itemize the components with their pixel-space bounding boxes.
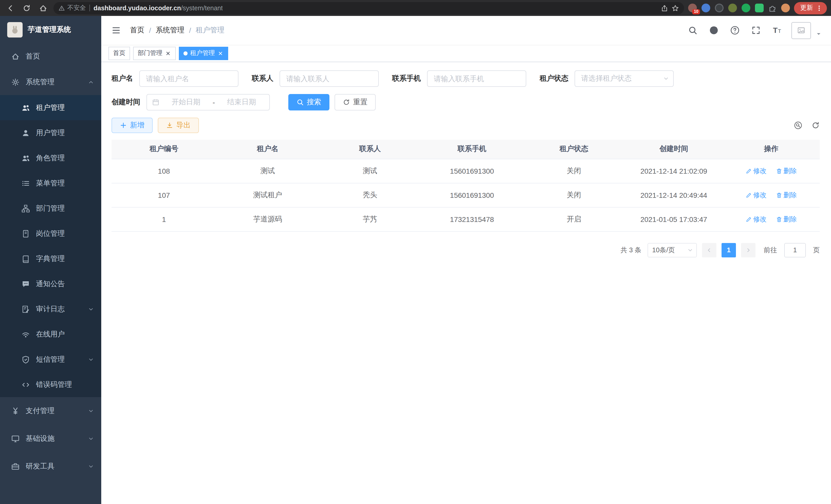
toggle-search-icon[interactable] [794, 121, 802, 129]
extension-icon-1[interactable]: 10 [688, 4, 697, 12]
extension-icon-4[interactable] [728, 4, 737, 12]
sidebar-item-label: 支付管理 [26, 406, 55, 416]
edit-link[interactable]: 修改 [745, 166, 767, 175]
tags-view: 首页 部门管理 租户管理 [101, 45, 831, 62]
date-range-picker[interactable]: 开始日期 - 结束日期 [146, 94, 270, 111]
create-time-label: 创建时间 [112, 98, 140, 107]
contact-input[interactable] [280, 70, 379, 87]
org-tree-icon [22, 204, 30, 212]
chevron-down-icon [687, 247, 693, 253]
browser-update-button[interactable]: 更新 [794, 2, 827, 14]
github-icon[interactable] [707, 24, 720, 37]
edit-link[interactable]: 修改 [745, 214, 767, 224]
status-select-placeholder: 请选择租户状态 [581, 74, 663, 83]
delete-link[interactable]: 删除 [776, 190, 797, 200]
warning-icon [59, 5, 65, 11]
sidebar-item-dept[interactable]: 部门管理 [0, 196, 101, 221]
export-button[interactable]: 导出 [158, 118, 199, 133]
browser-home-button[interactable] [37, 2, 49, 14]
extension-badge: 10 [692, 9, 700, 14]
sidebar-item-error-code[interactable]: 错误码管理 [0, 372, 101, 397]
logo-avatar [7, 22, 23, 37]
share-icon[interactable] [661, 4, 668, 11]
chevron-down-icon [88, 356, 94, 362]
tenant-name-input[interactable] [139, 70, 238, 87]
extension-icon-5[interactable] [742, 4, 750, 12]
update-label: 更新 [800, 4, 813, 12]
tab-tenant[interactable]: 租户管理 [179, 47, 228, 60]
reset-button-label: 重置 [353, 98, 368, 107]
refresh-table-icon[interactable] [811, 121, 820, 129]
cell-contact: 芋艿 [363, 214, 377, 223]
help-icon[interactable] [728, 24, 742, 37]
sidebar-item-label: 租户管理 [36, 103, 65, 112]
sidebar-item-dev-tools[interactable]: 研发工具 [0, 453, 101, 480]
breadcrumb-home[interactable]: 首页 [130, 26, 144, 35]
sidebar-toggle-icon[interactable] [107, 22, 125, 39]
browser-reload-button[interactable] [21, 2, 33, 14]
chevron-up-icon [88, 79, 94, 85]
search-icon[interactable] [686, 24, 699, 37]
status-select[interactable]: 请选择租户状态 [575, 70, 674, 87]
delete-link[interactable]: 删除 [776, 214, 797, 224]
phone-input[interactable] [427, 70, 526, 87]
goto-page-input[interactable] [784, 243, 806, 257]
reset-button[interactable]: 重置 [335, 94, 376, 111]
sidebar-item-post[interactable]: 岗位管理 [0, 221, 101, 246]
sidebar-item-online-user[interactable]: 在线用户 [0, 322, 101, 347]
tab-dept[interactable]: 部门管理 [133, 47, 176, 60]
extension-icon-2[interactable] [701, 4, 710, 12]
extension-icon-3[interactable] [715, 4, 724, 12]
sidebar-item-payment[interactable]: 支付管理 [0, 397, 101, 425]
close-icon[interactable] [165, 50, 171, 56]
security-indicator[interactable]: 不安全 [59, 4, 86, 12]
gear-icon [11, 78, 20, 86]
sidebar-item-dict[interactable]: 字典管理 [0, 246, 101, 271]
sidebar-item-user[interactable]: 用户管理 [0, 120, 101, 145]
sidebar-item-tenant[interactable]: 租户管理 [0, 95, 101, 120]
prev-page-button[interactable] [702, 243, 716, 257]
address-bar[interactable]: 不安全 dashboard.yudao.iocoder.cn/system/te… [53, 2, 684, 14]
page-size-select[interactable]: 10条/页 [648, 243, 697, 257]
sidebar-item-audit-log[interactable]: 审计日志 [0, 296, 101, 322]
browser-menu-dots-icon[interactable] [815, 4, 823, 11]
bookmark-star-icon[interactable] [672, 4, 679, 11]
font-size-icon[interactable] [770, 24, 784, 37]
date-end-placeholder: 结束日期 [219, 98, 264, 107]
sidebar-item-role[interactable]: 角色管理 [0, 145, 101, 171]
topbar: 首页 / 系统管理 / 租户管理 [101, 16, 831, 45]
search-icon [296, 99, 304, 106]
logo[interactable]: 芋道管理系统 [0, 16, 101, 44]
delete-link[interactable]: 删除 [776, 166, 797, 175]
avatar-caret-down-icon[interactable] [815, 31, 822, 37]
breadcrumb-system[interactable]: 系统管理 [156, 26, 184, 35]
browser-back-button[interactable] [4, 2, 17, 14]
sidebar-item-notice[interactable]: 通知公告 [0, 271, 101, 296]
add-button[interactable]: 新增 [112, 118, 153, 133]
edit-link[interactable]: 修改 [745, 190, 767, 200]
next-page-button[interactable] [741, 243, 755, 257]
cell-phone: 15601691300 [450, 191, 494, 199]
close-icon[interactable] [218, 50, 224, 56]
cell-phone: 15601691300 [450, 167, 494, 175]
user-avatar[interactable] [792, 22, 811, 39]
sidebar-item-menu[interactable]: 菜单管理 [0, 171, 101, 196]
sidebar-item-system[interactable]: 系统管理 [0, 69, 101, 95]
chevron-down-icon [88, 464, 94, 470]
page-number-button[interactable]: 1 [721, 243, 736, 257]
fullscreen-icon[interactable] [749, 24, 763, 37]
puzzle-extensions-icon[interactable] [768, 4, 776, 12]
list-icon [22, 179, 30, 187]
tab-home[interactable]: 首页 [109, 47, 130, 60]
yen-icon [11, 407, 20, 415]
extension-icon-6[interactable] [755, 4, 764, 12]
sidebar-item-infrastructure[interactable]: 基础设施 [0, 425, 101, 453]
sidebar-item-home[interactable]: 首页 [0, 44, 101, 69]
code-icon [22, 380, 30, 389]
search-button[interactable]: 搜索 [288, 94, 329, 111]
browser-profile-avatar[interactable] [781, 4, 790, 12]
sidebar-item-sms[interactable]: 短信管理 [0, 347, 101, 372]
breadcrumb-current: 租户管理 [196, 26, 225, 35]
screen: 不安全 dashboard.yudao.iocoder.cn/system/te… [0, 0, 831, 504]
date-start-placeholder: 开始日期 [164, 98, 208, 107]
